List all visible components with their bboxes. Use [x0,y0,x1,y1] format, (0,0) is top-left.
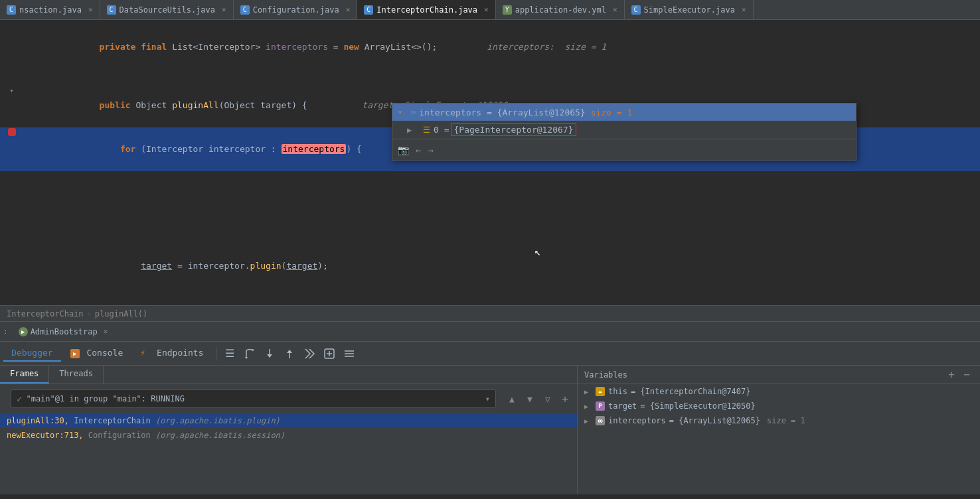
run-cursor-icon [303,348,315,360]
code-content: private final List<Interceptor> intercep… [0,20,980,305]
check-icon: ✓ [17,393,22,404]
toolbar-btn-frames[interactable] [340,344,359,363]
debug-popup-row-0[interactable]: ▶ ☰ 0 = {PageInterceptor@12067} [392,121,856,139]
tab-icon-interceptorchain: C [364,5,373,15]
tab-interceptorchain[interactable]: C InterceptorChain.java ✕ [357,0,495,20]
expand-arrow-interceptors[interactable]: ▾ [398,107,407,117]
breadcrumb-sep: › [87,309,92,319]
tab-label-interceptorchain: InterceptorChain.java [376,5,477,15]
frame-pkg-1: (org.apache.ibatis.session) [155,431,285,440]
variables-add-btn[interactable]: + [945,368,958,382]
toolbar-btn-stepout[interactable] [280,344,299,363]
tab-nsaction[interactable]: C nsaction.java ✕ [0,0,100,20]
frame-item-0[interactable]: pluginAll:30, InterceptorChain (org.apac… [0,413,577,428]
tab-close-nsaction[interactable]: ✕ [88,5,93,14]
variables-title: Variables [584,370,627,380]
popup-icon-camera[interactable]: 📷 [398,145,409,155]
thread-filter-btn[interactable]: ▽ [540,392,555,406]
tab-label-datasource: DataSourceUtils.java [120,5,216,15]
kw-private: private [78,42,135,52]
var-item-target[interactable]: ▶ P target = {SimpleExecutor@12050} [578,399,980,413]
line-content-1: private final List<Interceptor> intercep… [23,25,980,69]
tab-icon-datasource: C [107,5,116,15]
popup-icon-back[interactable]: ← [416,145,421,155]
expand-arrow-0[interactable]: ▶ [407,125,416,135]
sp5: Object [131,100,173,110]
thread-dropdown[interactable]: ✓ "main"@1 in group "main": RUNNING ▾ [11,390,496,408]
toolbar-btn-runcursor[interactable] [300,344,319,363]
sp9: = interceptor. [172,261,250,271]
code-line-blank1 [0,69,980,84]
debug-val-1: interceptors: size = 1 [487,42,606,52]
tab-icon-simpleexecutor: C [631,5,641,15]
session-tab-close[interactable]: ✕ [104,327,108,336]
toolbar-btn-menu[interactable]: ☰ [220,344,239,363]
sp-target [78,261,141,271]
console-label: Console [86,348,123,358]
fold-arrow-pluginall[interactable]: ▾ [9,84,13,98]
thread-up-btn[interactable]: ▲ [505,392,519,406]
tab-datasource[interactable]: C DataSourceUtils.java ✕ [100,0,234,20]
tab-close-interceptorchain[interactable]: ✕ [484,5,489,14]
frame-item-1[interactable]: newExecutor:713, Configuration (org.apac… [0,428,577,443]
var-item-this[interactable]: ▶ = this = {InterceptorChain@7407} [578,384,980,399]
session-tab-adminbootstrap[interactable]: ▶ AdminBootstrap ✕ [13,326,114,338]
popup-index-0: 0 = [434,125,449,135]
var-item-interceptors[interactable]: ▶ ∞ interceptors = {ArrayList@12065} siz… [578,413,980,428]
sp-brace1: } [78,305,125,305]
list-icon-0: ☰ [423,125,430,135]
frame-class-1: Configuration [88,431,151,440]
var-val-interceptors: = {ArrayList@12065} [669,416,760,425]
var-val-this: = {InterceptorChain@7407} [631,387,751,396]
debugger-tab-endpoints[interactable]: ⚡ Endpoints [132,345,211,362]
line-gutter-pluginall: ▾ [0,84,23,98]
code-line-close1: } [0,288,980,305]
svg-rect-0 [8,128,16,136]
session-tab-label: AdminBootstrap [31,327,98,336]
sp3: = [328,42,343,52]
var-icon-this: = [596,387,605,396]
toolbar-sep-1 [216,347,216,360]
tab-appyml[interactable]: Y application-dev.yml ✕ [496,0,625,20]
sp6: (Object target) { [219,100,349,110]
tab-configuration[interactable]: C Configuration.java ✕ [234,0,358,20]
variables-panel: Variables + − ▶ = this = {InterceptorCha… [578,366,980,494]
popup-icon-forward[interactable]: → [428,145,433,155]
toolbar-btn-stepinto[interactable] [260,344,279,363]
toolbar-btn-stepover[interactable] [240,344,259,363]
code-line-target: target = interceptor.plugin(target); [0,244,980,288]
thread-label: "main"@1 in group "main": RUNNING [26,394,184,403]
kw-final: final [141,42,167,52]
tab-simpleexecutor[interactable]: C SimpleExecutor.java ✕ [625,0,754,20]
frames-add-btn[interactable]: + [558,392,572,405]
method-plugin: plugin [250,261,282,271]
debugger-tab-console[interactable]: ▶ Console [62,345,131,362]
thread-dropdown-arrow: ▾ [485,394,490,403]
expand-target[interactable]: ▶ [584,403,592,410]
thread-down-btn[interactable]: ▼ [523,392,537,406]
sp4: ArrayList<>(); [359,42,473,52]
toolbar-btn-eval[interactable] [320,344,339,363]
frames-tab-threads[interactable]: Threads [49,366,104,384]
tab-close-datasource[interactable]: ✕ [222,5,226,14]
kw-public1: public [78,100,130,110]
expand-interceptors[interactable]: ▶ [584,417,592,425]
step-over-icon [244,348,256,360]
sp2: List<Interceptor> [167,42,266,52]
debug-popup-row-interceptors[interactable]: ▾ ∞ interceptors = {ArrayList@12065} siz… [392,104,856,121]
svg-marker-2 [245,357,248,359]
frames-tab-frames[interactable]: Frames [0,366,49,384]
debugger-tab-debugger[interactable]: Debugger [3,345,61,362]
code-line-1: private final List<Interceptor> intercep… [0,25,980,69]
variables-minus-btn[interactable]: − [960,368,973,382]
tab-close-simpleexecutor[interactable]: ✕ [742,5,746,14]
underline-target2: target [286,261,317,271]
breadcrumb-method: pluginAll() [95,309,147,319]
expand-this[interactable]: ▶ [584,388,592,395]
debug-panel-content: Frames Threads ✓ "main"@1 in group "main… [0,366,980,494]
tab-close-appyml[interactable]: ✕ [613,5,617,14]
endpoints-icon: ⚡ [140,348,149,357]
console-icon: ▶ [70,349,80,358]
var-icon-interceptors: ∞ [596,416,605,425]
tab-close-configuration[interactable]: ✕ [346,5,351,14]
